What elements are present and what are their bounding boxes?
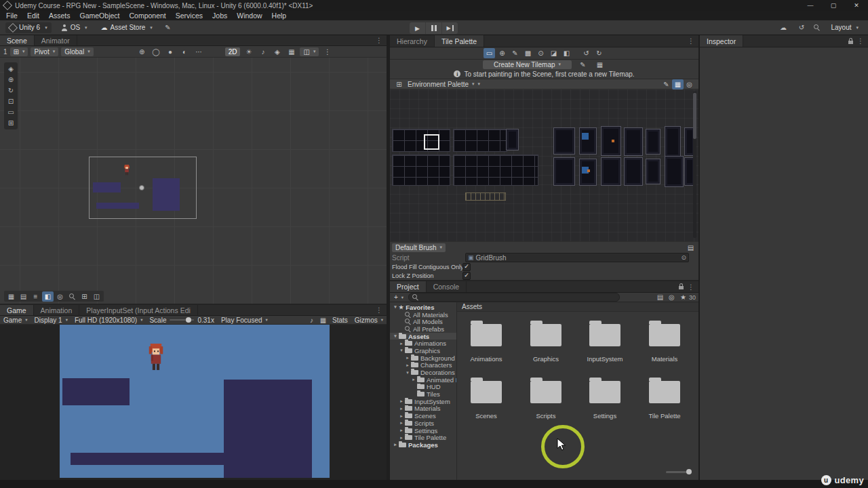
view-tool-icon[interactable]: ◈ (4, 64, 18, 74)
tab-hierarchy[interactable]: Hierarchy (390, 35, 435, 47)
tree-item[interactable]: ▸Materials (390, 405, 456, 413)
focus-palette-icon[interactable]: ◎ (684, 79, 695, 89)
snap-icon[interactable]: ⊕ (136, 47, 148, 57)
fill-tool-icon[interactable]: ◧ (561, 48, 572, 58)
tree-item[interactable]: ▸Tile Palette (390, 434, 456, 441)
palette-scrollbar-thumb[interactable] (693, 93, 696, 139)
unity-version-dropdown[interactable]: Unity 6 (5, 22, 52, 33)
tree-item-favorites[interactable]: ▾★Favorites (390, 304, 456, 311)
favorite-icon[interactable]: ★ (677, 292, 689, 302)
paint-tool-icon[interactable]: ✎ (162, 22, 174, 33)
mute-audio-icon[interactable]: ♪ (306, 315, 317, 325)
layout-dropdown[interactable]: Layout (827, 22, 863, 33)
undo-history-icon[interactable]: ↺ (795, 22, 807, 33)
search-icon[interactable] (814, 24, 820, 30)
tree-item-packages[interactable]: ▸Packages (390, 441, 456, 449)
object-picker-icon[interactable]: ⊙ (681, 254, 686, 261)
split-icon[interactable]: ◫ (91, 291, 102, 302)
transform-tool-icon[interactable]: ⊞ (4, 118, 18, 128)
palette-selector-dropdown[interactable]: Environment Palette▾ (408, 80, 480, 89)
tab-animation[interactable]: Animation (34, 305, 80, 315)
inspector-menu-icon[interactable]: ⋮ (857, 37, 864, 45)
lock-icon[interactable] (848, 41, 853, 44)
scale-slider[interactable] (170, 319, 194, 321)
pivot-handle[interactable] (139, 185, 144, 190)
asset-folder-settings[interactable]: Settings (576, 377, 633, 420)
tree-item[interactable]: ▸Settings (390, 427, 456, 434)
create-new-tilemap-dropdown[interactable]: Create New Tilemap (483, 60, 572, 69)
palette-grid-icon[interactable]: ▦ (594, 60, 606, 70)
tile-palette-menu-icon[interactable]: ⋮ (684, 35, 698, 47)
eraser-tool-icon[interactable]: ◪ (548, 48, 559, 58)
tile[interactable] (646, 129, 660, 155)
scene-visibility-icon[interactable]: ▦ (285, 47, 297, 57)
step-button[interactable]: ▶ (442, 22, 458, 34)
menu-help[interactable]: Help (267, 11, 292, 20)
audio-icon[interactable]: ♪ (257, 47, 269, 57)
tile-cluster[interactable] (453, 155, 538, 186)
grid-snap-dropdown[interactable]: ⊞ (10, 47, 28, 56)
scene-player-sprite[interactable] (123, 165, 130, 176)
tile[interactable] (553, 127, 575, 155)
rotation-dropdown[interactable]: Global (61, 47, 93, 56)
tree-item-assets[interactable]: ▾Assets (390, 333, 456, 340)
tree-item[interactable]: ▸InputSystem (390, 398, 456, 405)
asset-folder-tile-palette[interactable]: Tile Palette (636, 377, 693, 420)
tree-item[interactable]: ▸Scenes (390, 412, 456, 420)
tile-ladder[interactable] (465, 192, 506, 201)
select-tool-icon[interactable]: ▭ (484, 48, 495, 58)
rotate-tool-icon[interactable]: ↻ (4, 85, 18, 96)
flood-fill-checkbox[interactable]: ✓ (462, 263, 471, 271)
resolution-dropdown[interactable]: Full HD (1920x1080) (71, 317, 146, 324)
minimize-button[interactable]: — (799, 0, 822, 11)
picker-tool-icon[interactable]: ⊙ (535, 48, 547, 58)
play-button[interactable]: ▶ (410, 22, 426, 34)
tile[interactable] (624, 157, 643, 186)
tile[interactable] (601, 157, 621, 186)
project-search-input[interactable] (408, 293, 620, 302)
asset-folder-graphics[interactable]: Graphics (517, 320, 574, 363)
rect-tool-icon[interactable]: ▭ (4, 107, 18, 117)
shading-icon[interactable]: ● (165, 47, 176, 57)
menu-assets[interactable]: Assets (44, 11, 75, 20)
menu-component[interactable]: Component (124, 11, 170, 20)
vsync-icon[interactable]: ▦ (317, 315, 329, 325)
tab-tile-palette[interactable]: Tile Palette (435, 35, 484, 47)
tile[interactable] (624, 127, 643, 156)
effects-icon[interactable]: ◈ (271, 47, 283, 57)
edit-icon[interactable]: ✎ (660, 79, 672, 89)
display-dropdown[interactable]: Display 1 (31, 317, 71, 324)
asset-folder-materials[interactable]: Materials (636, 320, 693, 363)
rotate-right-icon[interactable]: ↻ (593, 48, 605, 58)
layers-icon[interactable]: ▤ (18, 291, 29, 302)
brush-selector-dropdown[interactable]: Default Brush (392, 243, 446, 252)
asset-folder-animations[interactable]: Animations (458, 320, 515, 363)
gizmos-menu-icon[interactable]: ⋮ (321, 47, 333, 57)
more-icon[interactable]: ⋯ (193, 47, 205, 57)
filter-icon[interactable]: ▤ (654, 292, 666, 302)
game-view-dropdown[interactable]: Game (0, 317, 31, 324)
grid-toggle-icon[interactable]: ▦ (672, 79, 684, 89)
maximize-button[interactable]: ▢ (822, 0, 845, 11)
fill-view-icon[interactable]: ◧ (42, 291, 54, 302)
2d-toggle[interactable]: 2D (225, 47, 241, 56)
move-tile-tool-icon[interactable]: ⊕ (496, 48, 508, 58)
scene-platform[interactable] (93, 182, 121, 192)
menu-file[interactable]: File (1, 11, 22, 20)
asset-folder-scripts[interactable]: Scripts (517, 377, 574, 420)
scene-viewport[interactable]: ◈ ⊕ ↻ ⊡ ▭ ⊞ ▦ ▤ ≡ ◧ ◎ ⊞ ◫ (0, 58, 387, 304)
tile-blue[interactable] (582, 133, 589, 140)
scene-panel-menu-icon[interactable]: ⋮ (372, 35, 387, 45)
project-menu-icon[interactable]: ⋮ (688, 283, 694, 291)
close-button[interactable]: ✕ (845, 0, 868, 11)
tab-project[interactable]: Project (390, 281, 427, 292)
lighting-icon[interactable]: ☀ (243, 47, 254, 57)
transparency-icon[interactable]: ◐ (179, 47, 191, 57)
tree-item[interactable]: ▸Animations (390, 340, 456, 347)
eye-icon[interactable]: ◎ (666, 292, 677, 302)
menu-gameobject[interactable]: GameObject (75, 11, 125, 20)
rotate-left-icon[interactable]: ↺ (580, 48, 592, 58)
tree-item[interactable]: All Materials (390, 311, 456, 319)
game-panel-menu-icon[interactable]: ⋮ (372, 305, 387, 315)
tree-item[interactable]: ▸Scripts (390, 420, 456, 427)
